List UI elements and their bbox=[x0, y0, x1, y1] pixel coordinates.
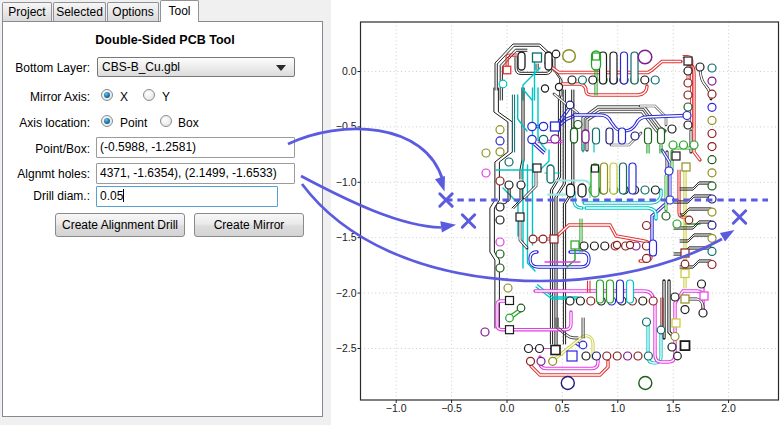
svg-text:0.5: 0.5 bbox=[555, 402, 570, 414]
svg-text:0.0: 0.0 bbox=[500, 402, 515, 414]
svg-text:−1.0: −1.0 bbox=[336, 176, 357, 188]
svg-text:2.0: 2.0 bbox=[721, 402, 736, 414]
svg-text:−2.0: −2.0 bbox=[336, 287, 357, 299]
svg-text:−1.5: −1.5 bbox=[336, 231, 357, 243]
svg-text:−1.0: −1.0 bbox=[386, 402, 407, 414]
svg-text:−2.5: −2.5 bbox=[336, 342, 357, 354]
svg-text:1.5: 1.5 bbox=[666, 402, 681, 414]
svg-text:1.0: 1.0 bbox=[610, 402, 625, 414]
svg-text:−0.5: −0.5 bbox=[441, 402, 462, 414]
svg-text:0.0: 0.0 bbox=[342, 65, 357, 77]
svg-text:−0.5: −0.5 bbox=[336, 120, 357, 132]
